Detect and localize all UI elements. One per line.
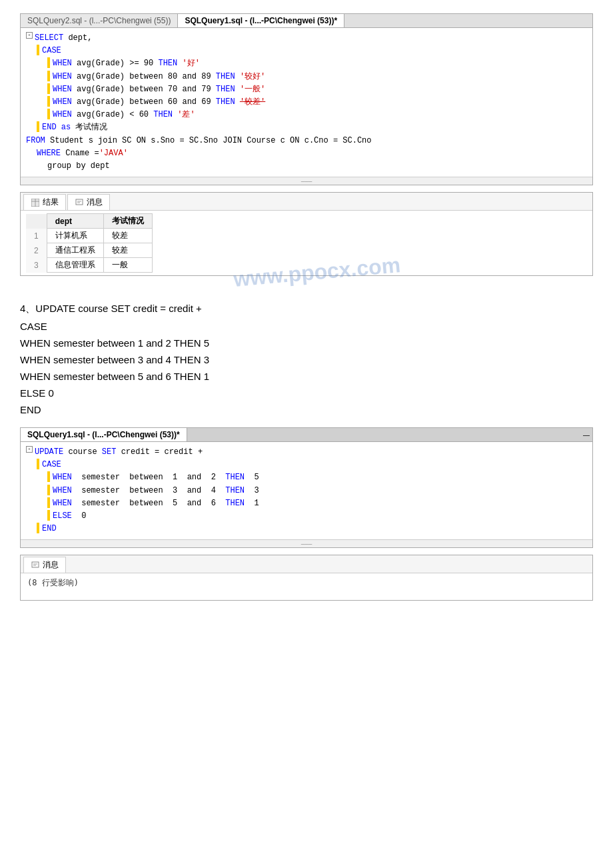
code-line: WHEN semester between 5 and 6 THEN 1 (47, 497, 587, 510)
row-num: 2 (26, 243, 47, 258)
text-line-1: 4、UPDATE course SET credit = credit + (20, 303, 593, 315)
code-text: Cname = (65, 147, 99, 160)
cell-exam: 较差 (103, 229, 152, 243)
text-line-3: WHEN semester between 1 and 2 THEN 5 (20, 337, 593, 349)
yellow-bar (37, 523, 39, 533)
keyword-where: WHERE (37, 147, 61, 160)
col-dept-header: dept (47, 214, 103, 229)
code-line: CASE (37, 45, 587, 57)
code-text: avg(Grade) between 60 and 69 (77, 96, 211, 109)
keyword-then: THEN (158, 57, 177, 70)
collapse-icon[interactable]: - (26, 32, 33, 39)
keyword-set: SET (102, 446, 117, 459)
tab-message-2-label: 消息 (43, 559, 59, 571)
collapse-icon[interactable]: - (26, 446, 33, 453)
text-line-6: ELSE 0 (20, 387, 593, 399)
sql-panel-2: SQLQuery1.sql - (l...-PC\Chengwei (53))*… (20, 427, 593, 548)
tab-message-2[interactable]: 消息 (23, 557, 66, 573)
col-rownum-header (26, 214, 47, 229)
yellow-bar (37, 121, 39, 132)
keyword-when: WHEN (53, 71, 72, 83)
code-text: avg(Grade) >= 90 (77, 57, 153, 70)
cell-dept: 通信工程系 (47, 243, 103, 258)
code-line: WHEN semester between 1 and 2 THEN 5 (47, 471, 587, 484)
text-line-4: WHEN semester between 3 and 4 THEN 3 (20, 354, 593, 365)
cell-dept: 信息管理系 (47, 258, 103, 273)
code-text: avg(Grade) between 80 and 89 (77, 71, 211, 83)
tab-bar-2: SQLQuery1.sql - (l...-PC\Chengwei (53))*… (21, 428, 592, 442)
keyword-then: THEN (153, 109, 173, 121)
table-icon (31, 198, 40, 207)
code-text: semester between 5 and 6 (81, 497, 221, 510)
tab-sqlquery1-panel2[interactable]: SQLQuery1.sql - (l...-PC\Chengwei (53))* (21, 428, 187, 441)
cell-exam: 一般 (103, 258, 152, 273)
str-value: 'JAVA' (99, 147, 128, 160)
cell-exam: 较差 (103, 243, 152, 258)
tab-sqlquery1-panel1[interactable]: SQLQuery1.sql - (l...-PC\Chengwei (53))* (178, 14, 344, 27)
code-text: group by dept (47, 160, 110, 173)
code-line: WHEN semester between 3 and 4 THEN 3 (47, 485, 587, 497)
code-line: - SELECT dept, (26, 32, 587, 45)
yellow-bar (47, 71, 50, 81)
tab-bar-1: SQLQuery2.sql - (l...-PC\Chengwei (55)) … (21, 14, 592, 28)
code-line: END (37, 523, 587, 535)
keyword-case: CASE (42, 459, 61, 471)
code-line: WHEN avg(Grade) between 60 and 69 THEN '… (47, 96, 587, 109)
row-num: 3 (26, 258, 47, 273)
code-line: group by dept (47, 160, 587, 173)
code-text: 1 (254, 497, 259, 510)
keyword-then: THEN (216, 71, 235, 83)
code-text: semester between 3 and 4 (81, 485, 221, 497)
code-line: WHEN avg(Grade) >= 90 THEN '好' (47, 57, 587, 70)
message-icon-2 (31, 561, 40, 570)
scrollbar-indicator: ––– (301, 177, 312, 185)
keyword-update: UPDATE (35, 446, 63, 459)
table-row: 1 计算机系 较差 (26, 229, 152, 243)
tab-result[interactable]: 结果 (23, 194, 66, 210)
code-text: 3 (254, 485, 259, 497)
horizontal-scrollbar-1[interactable]: ––– (21, 177, 592, 185)
data-table-1: dept 考试情况 1 计算机系 较差 2 通信工程系 较差 (26, 213, 153, 273)
code-line: - UPDATE course SET credit = credit + (26, 446, 587, 459)
keyword-when: WHEN (53, 497, 72, 510)
message-area-2: (8 行受影响) (21, 573, 592, 600)
code-line: WHEN avg(Grade) between 80 and 89 THEN '… (47, 71, 587, 83)
keyword-when: WHEN (53, 83, 72, 96)
code-text: credit = credit + (121, 446, 203, 459)
result-panel-1: 结果 消息 dept 考试情况 (20, 192, 593, 276)
yellow-bar (37, 45, 39, 55)
row-num: 1 (26, 229, 47, 243)
yellow-bar (47, 109, 50, 119)
yellow-bar (47, 497, 50, 508)
yellow-bar (37, 459, 39, 469)
tab-result-label: 结果 (43, 197, 59, 208)
yellow-bar (47, 57, 50, 68)
keyword-case: CASE (42, 45, 61, 57)
horizontal-scrollbar-2[interactable]: ––– (21, 539, 592, 547)
svg-rect-3 (76, 199, 83, 205)
sql-panel-1: SQLQuery2.sql - (l...-PC\Chengwei (55)) … (20, 13, 593, 185)
scrollbar-indicator: ––– (301, 540, 312, 547)
tab-message-1-label: 消息 (87, 197, 103, 208)
yellow-bar (47, 510, 50, 521)
keyword-from: FROM (26, 135, 45, 147)
tab-message-1[interactable]: 消息 (67, 194, 110, 210)
code-area-2: - UPDATE course SET credit = credit + CA… (21, 442, 592, 539)
code-text: dept, (68, 32, 92, 45)
table-row: 2 通信工程系 较差 (26, 243, 152, 258)
cell-dept: 计算机系 (47, 229, 103, 243)
code-line: FROM Student s join SC ON s.Sno = SC.Sno… (26, 135, 587, 147)
keyword-when: WHEN (53, 485, 72, 497)
text-line-5: WHEN semester between 5 and 6 THEN 1 (20, 371, 593, 382)
keyword-as: as (61, 121, 71, 134)
svg-rect-6 (32, 562, 39, 567)
code-line: ELSE 0 (47, 510, 587, 523)
code-area-1: - SELECT dept, CASE WHEN avg(Grade) >= 9… (21, 28, 592, 177)
minimize-icon[interactable]: — (583, 431, 590, 439)
str-value: '好' (182, 57, 199, 70)
col-exam-header: 考试情况 (103, 214, 152, 229)
tab-sqlquery2[interactable]: SQLQuery2.sql - (l...-PC\Chengwei (55)) (21, 14, 178, 27)
keyword-then: THEN (225, 485, 245, 497)
result-panel-2: 消息 (8 行受影响) (20, 555, 593, 601)
code-line: WHEN avg(Grade) < 60 THEN '差' (47, 109, 587, 121)
